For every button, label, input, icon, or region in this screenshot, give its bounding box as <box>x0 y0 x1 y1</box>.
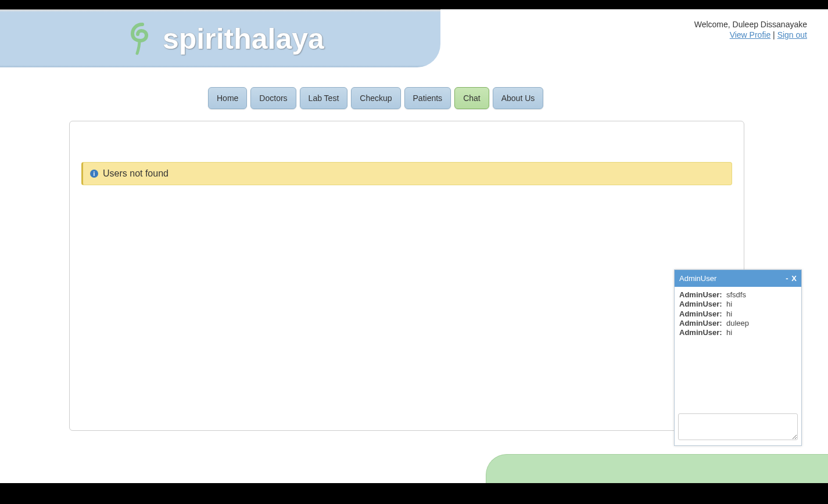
chat-title: AdminUser <box>679 274 716 283</box>
header-banner: spirithalaya <box>0 9 440 67</box>
view-profile-link[interactable]: View Profie <box>730 30 771 39</box>
alert-message: Users not found <box>103 168 169 179</box>
chat-sender: AdminUser: <box>679 290 722 299</box>
nav-home[interactable]: Home <box>208 87 247 109</box>
chat-text: hi <box>726 328 732 337</box>
chat-header[interactable]: AdminUser - X <box>675 270 801 287</box>
nav-checkup[interactable]: Checkup <box>351 87 400 109</box>
chat-text: hi <box>726 300 732 308</box>
main-nav: Home Doctors Lab Test Checkup Patients C… <box>208 87 543 109</box>
chat-sender: AdminUser: <box>679 309 722 318</box>
logo-icon <box>127 22 158 56</box>
chat-message: AdminUser: hi <box>679 309 797 319</box>
content-panel: i Users not found <box>69 121 744 431</box>
chat-message: AdminUser: sfsdfs <box>679 290 797 300</box>
chat-sender: AdminUser: <box>679 328 722 337</box>
chat-minimize-icon[interactable]: - <box>786 274 788 283</box>
chat-input[interactable] <box>678 413 798 440</box>
chat-widget: AdminUser - X AdminUser: sfsdfs AdminUse… <box>674 269 802 446</box>
chat-text: hi <box>726 309 732 318</box>
chat-sender: AdminUser: <box>679 300 722 308</box>
welcome-text: Welcome, Duleep Dissanayake <box>694 20 807 29</box>
sign-out-link[interactable]: Sign out <box>777 30 807 39</box>
chat-controls: - X <box>786 274 797 283</box>
nav-about-us[interactable]: About Us <box>493 87 544 109</box>
separator: | <box>770 30 777 39</box>
alert-banner: i Users not found <box>81 162 732 185</box>
letterbox-top <box>0 0 828 9</box>
chat-message: AdminUser: hi <box>679 300 797 309</box>
footer-decoration <box>486 454 828 483</box>
chat-message: AdminUser: duleep <box>679 319 797 328</box>
chat-sender: AdminUser: <box>679 319 722 327</box>
nav-doctors[interactable]: Doctors <box>250 87 296 109</box>
nav-lab-test[interactable]: Lab Test <box>300 87 348 109</box>
brand-name: spirithalaya <box>163 22 324 56</box>
chat-close-icon[interactable]: X <box>791 274 797 283</box>
chat-input-area <box>675 410 801 445</box>
user-links: Welcome, Duleep Dissanayake View Profie … <box>694 20 807 39</box>
letterbox-bottom <box>0 483 828 504</box>
chat-text: duleep <box>726 319 749 327</box>
chat-text: sfsdfs <box>726 290 746 299</box>
chat-message: AdminUser: hi <box>679 328 797 337</box>
nav-chat[interactable]: Chat <box>454 87 489 109</box>
info-icon: i <box>90 170 98 178</box>
chat-messages: AdminUser: sfsdfs AdminUser: hi AdminUse… <box>675 287 801 410</box>
nav-patients[interactable]: Patients <box>404 87 451 109</box>
